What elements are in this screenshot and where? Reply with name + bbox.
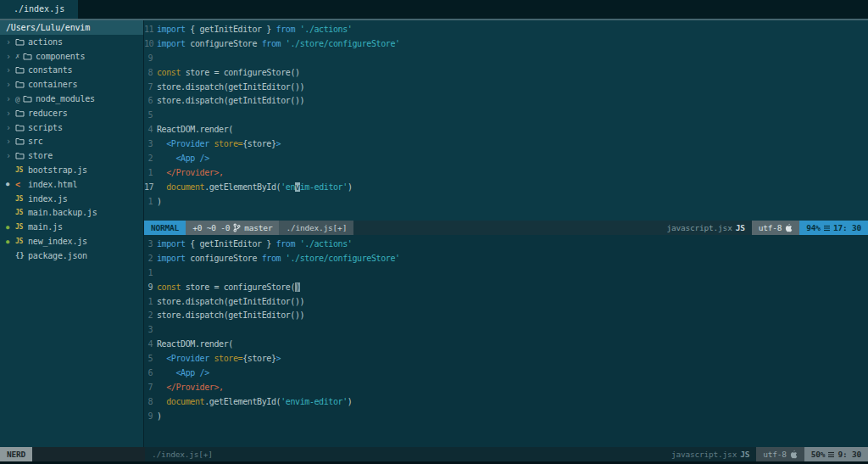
code-line[interactable]: 1 </Provider>, [144,166,868,181]
code-line[interactable]: 3 [144,323,868,338]
tree-item-index-js[interactable]: JSindex.js [0,192,143,206]
line-number: 3 [144,323,157,338]
tree-item-main-js[interactable]: ●JSmain.js [0,220,143,234]
line-number: 3 [144,137,157,152]
tree-item-actions[interactable]: ›actions [0,35,143,49]
statusline-fill-inactive [220,447,665,461]
code-text: </Provider>, [157,166,224,181]
line-number: 4 [144,123,157,137]
code-line[interactable]: 7store.dispatch(getInitEditor()) [144,81,868,95]
git-segment: +0 ~0 -0 master [186,221,279,235]
code-line[interactable]: 1) [144,195,868,210]
code-line[interactable]: 3 <Provider store={store}> [144,137,868,152]
code-line[interactable]: 2import configureStore from './store/con… [144,252,868,266]
code-line[interactable]: 7 </Provider>, [144,381,868,395]
nerdtree-sidebar: /Users/Lulu/envim ›actions›✗components›c… [0,20,144,447]
tree-item-label: actions [28,37,63,47]
tree-item-store[interactable]: ›store [0,148,143,163]
git-branch-name: master [244,223,272,232]
editor-pane-top[interactable]: 11import { getInitEditor } from './actio… [144,20,868,221]
encoding-segment-inactive: utf-8 [756,447,804,461]
js-filetype-icon-inactive: JS [740,450,749,459]
git-status-dot-icon: ● [6,224,15,231]
tree-item-label: reducers [28,109,68,118]
line-number: 1 [144,195,157,210]
cursor-position-inactive: 9: 30 [837,450,861,459]
code-line[interactable]: 1 [144,266,868,281]
line-number: 8 [144,66,157,81]
tree-item-reducers[interactable]: ›reducers [0,106,143,120]
editor-pane-bottom[interactable]: 3import { getInitEditor } from './action… [144,235,868,447]
code-line[interactable]: 5 [144,109,868,123]
filetype-segment: javascript.jsx JS [659,221,751,235]
tree-item-node-modules[interactable]: ›@node_modules [0,92,143,106]
tree-item-bootstrap-js[interactable]: JSbootstrap.js [0,163,143,177]
folder-icon [15,38,28,46]
folder-icon [23,95,36,103]
code-line[interactable]: 10import configureStore from './store/co… [144,37,868,52]
code-line[interactable]: 6store.dispatch(getInitEditor()) [144,94,868,109]
tree-item-components[interactable]: ›✗components [0,49,143,64]
folder-icon [15,152,28,159]
chevron-right-icon: › [6,65,15,75]
code-line[interactable]: 5 <Provider store={store}> [144,352,868,366]
code-text: <App /> [157,152,209,166]
code-line[interactable]: 9const store = configureStore() [144,281,868,295]
tab-index-js[interactable]: ./index.js [0,0,78,19]
js-file-icon: JS [15,209,28,216]
code-line[interactable]: 17 document.getElementById('envim-editor… [144,181,868,195]
tree-marker-icon: @ [15,95,23,103]
code-line[interactable]: 8const store = configureStore() [144,66,868,81]
tree-item-label: scripts [28,123,63,132]
scroll-percent-inactive: 50% [811,450,826,459]
tree-item-new-index-js[interactable]: ●JSnew_index.js [0,234,143,249]
tree-item-src[interactable]: ›src [0,135,143,149]
tree-item-label: constants [28,65,72,75]
code-text: store.dispatch(getInitEditor()) [157,81,304,95]
git-hunks: +0 ~0 -0 [192,223,230,232]
filetype-label-inactive: javascript.jsx [671,450,737,459]
code-text: <Provider store={store}> [157,137,281,152]
tree-root-path[interactable]: /Users/Lulu/envim [0,20,143,35]
tree-item-label: store [28,151,53,160]
code-line[interactable]: 4ReactDOM.render( [144,338,868,352]
line-number: 1 [144,166,157,181]
tree-item-containers[interactable]: ›containers [0,77,143,92]
tree-item-scripts[interactable]: ›scripts [0,120,143,135]
statusline-active: NORMAL +0 ~0 -0 master ./index.js[+] jav… [144,221,868,235]
code-line[interactable]: 1store.dispatch(getInitEditor()) [144,295,868,310]
tree-item-label: node_modules [36,94,95,103]
code-line[interactable]: 4ReactDOM.render( [144,123,868,137]
nerd-label: NERD [7,450,25,459]
line-number: 5 [144,352,157,366]
code-line[interactable]: 9 [144,52,868,66]
cursor-block: ) [295,282,300,292]
nerdtree-status-fill [32,447,145,461]
line-number: 1 [144,266,157,281]
code-text: import { getInitEditor } from './actions… [157,23,352,37]
tree-item-label: main.backup.js [28,208,97,217]
code-text: const store = configureStore() [157,281,300,295]
tree-item-label: package.json [28,251,87,260]
code-text: <Provider store={store}> [157,352,281,366]
filetype-label: javascript.jsx [666,223,732,232]
encoding-segment: utf-8 [752,221,800,235]
js-file-icon: JS [15,166,28,174]
js-file-icon: JS [15,238,28,245]
code-line[interactable]: 6 <App /> [144,366,868,381]
tree-item-main-backup-js[interactable]: JSmain.backup.js [0,206,143,221]
folder-icon [15,137,28,145]
mode-label: NORMAL [151,223,179,232]
folder-icon [15,81,28,88]
code-line[interactable]: 3import { getInitEditor } from './action… [144,238,868,252]
code-line[interactable]: 2 <App /> [144,152,868,166]
tree-item-label: main.js [28,222,63,232]
code-line[interactable]: 8 document.getElementById('envim-editor'… [144,395,868,410]
git-status-dot-icon: ● [6,238,15,245]
code-line[interactable]: 11import { getInitEditor } from './actio… [144,23,868,37]
code-line[interactable]: 2store.dispatch(getInitEditor()) [144,309,868,323]
tree-item-constants[interactable]: ›constants [0,64,143,78]
tree-item-package-json[interactable]: {}package.json [0,249,143,263]
tree-item-index-html[interactable]: ●<index.html [0,177,143,192]
code-line[interactable]: 9) [144,410,868,424]
